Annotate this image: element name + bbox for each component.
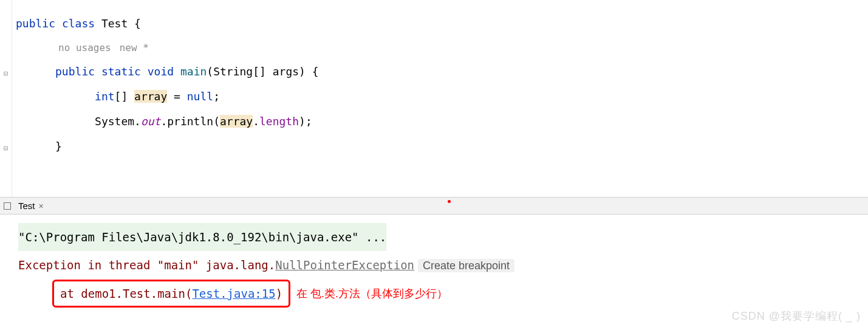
brackets: [] <box>115 90 135 103</box>
keyword: public <box>16 17 55 30</box>
type: int <box>95 90 115 103</box>
code-line: public class Test { <box>16 11 868 36</box>
param-name: args <box>273 65 299 78</box>
method-call: println <box>167 115 213 128</box>
run-config-tab[interactable]: Test × <box>13 199 49 212</box>
paren: ( <box>213 115 220 128</box>
editor-gutter: ⊟ ⊟ <box>0 0 12 197</box>
fold-toggle-icon[interactable]: ⊟ <box>4 69 8 78</box>
dot: . <box>160 115 167 128</box>
dot: . <box>253 115 259 128</box>
console-line: Exception in thread "main" java.lang.Nul… <box>18 251 868 280</box>
keyword: class <box>62 17 95 30</box>
vcs-hint[interactable]: new * <box>120 35 149 60</box>
code-line: int[] array = null; <box>16 84 868 109</box>
null-keyword: null <box>187 90 213 103</box>
method-name: main <box>180 65 207 78</box>
paren: ( <box>207 65 213 78</box>
param-type: String[] <box>213 65 273 78</box>
command-line: "C:\Program Files\Java\jdk1.8.0_192\bin\… <box>18 223 386 251</box>
stack-location: demo1.Test.main <box>81 287 185 300</box>
layout-icon[interactable] <box>1 202 13 210</box>
code-line: public static void main(String[] args) { <box>16 59 868 84</box>
assign: = <box>167 90 187 103</box>
highlight-box: at demo1.Test.main(Test.java:15) <box>52 280 290 308</box>
run-tab-bar: Test × <box>0 198 868 215</box>
code-editor: ⊟ ⊟ public class Test { no usagesnew * p… <box>0 0 868 198</box>
paren: ( <box>185 287 192 300</box>
keyword: public <box>55 65 95 78</box>
file-link[interactable]: Test.java:15 <box>192 287 275 300</box>
brace: { <box>128 17 141 30</box>
watermark: CSDN @我要学编程( _ ) <box>732 309 861 323</box>
keyword: void <box>148 65 174 78</box>
property: length <box>259 115 299 128</box>
console-output[interactable]: "C:\Program Files\Java\jdk1.8.0_192\bin\… <box>0 215 868 308</box>
usage-hint[interactable]: no usages <box>58 35 111 60</box>
stack-trace-row: at demo1.Test.main(Test.java:15) 在 包.类.方… <box>52 280 868 308</box>
close-icon[interactable]: × <box>39 201 44 211</box>
paren: ) <box>276 287 282 300</box>
exception-link[interactable]: NullPointerException <box>275 258 414 272</box>
fold-toggle-icon[interactable]: ⊟ <box>4 144 8 153</box>
inlay-hints: no usagesnew * <box>16 36 868 59</box>
exception-text: Exception in thread "main" java.lang. <box>18 258 275 272</box>
annotation-text: 在 包.类.方法（具体到多少行） <box>296 280 448 308</box>
semicolon: ; <box>213 90 220 103</box>
code-content[interactable]: public class Test { no usagesnew * publi… <box>12 0 868 197</box>
paren: ) <box>299 115 306 128</box>
brace: } <box>55 140 62 153</box>
brace: { <box>306 65 319 78</box>
class-name: Test <box>101 17 128 30</box>
paren: ) <box>299 65 306 78</box>
semicolon: ; <box>306 115 312 128</box>
object: System. <box>95 115 141 128</box>
code-line: } <box>16 134 868 159</box>
code-line: System.out.println(array.length); <box>16 109 868 134</box>
console-line: "C:\Program Files\Java\jdk1.8.0_192\bin\… <box>18 223 868 251</box>
tab-label: Test <box>18 201 35 211</box>
variable-highlighted: array <box>134 90 167 103</box>
stack-at: at <box>60 287 81 300</box>
keyword: static <box>101 65 141 78</box>
create-breakpoint-button[interactable]: Create breakpoint <box>418 259 514 272</box>
error-indicator-icon <box>448 200 451 203</box>
variable-highlighted: array <box>220 115 253 128</box>
field: out <box>141 115 161 128</box>
